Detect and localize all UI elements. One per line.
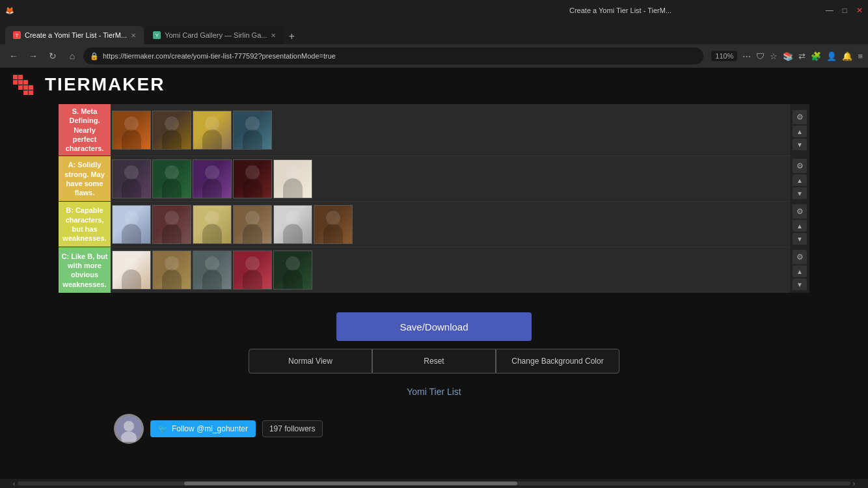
tier-row-b-inner: B: Capable characters, but has weaknesse… — [59, 202, 790, 247]
card-c-2[interactable] — [152, 251, 191, 290]
bookmark-icon[interactable]: ☆ — [770, 51, 778, 61]
card-a-2[interactable] — [152, 159, 191, 198]
scroll-right-button[interactable]: › — [850, 480, 858, 487]
card-c-5[interactable] — [273, 251, 312, 290]
tab-close-tiermaker[interactable]: ✕ — [131, 32, 136, 39]
forward-button[interactable]: → — [25, 47, 42, 64]
up-button-c[interactable]: ▲ — [793, 265, 807, 277]
tier-row-b: B: Capable characters, but has weaknesse… — [59, 202, 809, 247]
follow-button[interactable]: 🐦 Follow @mi_gohunter — [150, 420, 256, 437]
tier-list-title: Yomi Tier List — [407, 386, 461, 397]
down-button-s[interactable]: ▼ — [793, 139, 807, 150]
tier-label-s: S. Meta Defining. Nearly perfect charact… — [59, 104, 111, 156]
tier-row-s-main: S. Meta Defining. Nearly perfect charact… — [59, 104, 790, 156]
card-a-1[interactable] — [112, 159, 151, 198]
social-row: 🐦 Follow @mi_gohunter 197 followers — [0, 403, 868, 454]
bottom-controls: Save/Download Normal View Reset Change B… — [0, 312, 868, 397]
home-button[interactable]: ⌂ — [64, 47, 81, 64]
sync-icon[interactable]: ⇄ — [798, 51, 806, 61]
tier-cards-b — [111, 202, 790, 247]
extensions-icon[interactable]: ⋯ — [742, 51, 751, 61]
settings-button-b[interactable]: ⚙ — [793, 204, 807, 219]
browser-chrome: 🦊 Create a Yomi Tier List - TierM... — □… — [0, 0, 868, 68]
bookmarks-library-icon[interactable]: 📚 — [783, 51, 793, 61]
card-c-1[interactable] — [112, 251, 151, 290]
action-buttons: Normal View Reset Change Background Colo… — [249, 349, 619, 373]
user-avatar — [114, 414, 144, 444]
tier-cards-s — [111, 104, 790, 156]
followers-count: 197 followers — [262, 420, 323, 437]
url-display: https://tiermaker.com/create/yomi-tier-l… — [103, 52, 336, 60]
tier-row-c-inner: C: Like B, but with more obvious weaknes… — [59, 247, 790, 293]
profile-icon[interactable]: 👤 — [826, 51, 837, 61]
card-b-6[interactable] — [314, 205, 353, 244]
tab-label-tiermaker: Create a Yomi Tier List - TierM... — [25, 31, 127, 39]
tier-row-c-main: C: Like B, but with more obvious weaknes… — [59, 247, 790, 293]
change-bg-color-button[interactable]: Change Background Color — [496, 349, 619, 373]
card-s-1[interactable] — [112, 111, 151, 150]
window-title: Create a Yomi Tier List - TierM... — [415, 7, 825, 14]
card-s-3[interactable] — [193, 111, 232, 150]
settings-button-a[interactable]: ⚙ — [793, 159, 807, 173]
tab-favicon-sirlin: Y — [153, 31, 161, 39]
down-button-a[interactable]: ▼ — [793, 187, 807, 199]
card-b-2[interactable] — [152, 205, 191, 244]
tier-list-container: S. Meta Defining. Nearly perfect charact… — [59, 104, 809, 293]
page-content: TiERMAKER S. Meta Defining. Nearly perfe… — [0, 68, 868, 488]
card-a-3[interactable] — [193, 159, 232, 198]
tabs-bar: T Create a Yomi Tier List - TierM... ✕ Y… — [0, 21, 868, 44]
up-button-b[interactable]: ▲ — [793, 220, 807, 232]
logo-squares — [13, 75, 33, 95]
settings-button-s[interactable]: ⚙ — [793, 110, 807, 124]
up-button-s[interactable]: ▲ — [793, 126, 807, 137]
card-b-5[interactable] — [273, 205, 312, 244]
shield-icon[interactable]: 🛡 — [756, 51, 765, 61]
scroll-left-button[interactable]: ‹ — [10, 480, 18, 487]
card-c-4[interactable] — [233, 251, 272, 290]
card-a-5[interactable] — [273, 159, 312, 198]
menu-icon[interactable]: ≡ — [858, 51, 863, 61]
tier-cards-c — [111, 247, 790, 293]
secure-icon: 🔒 — [90, 52, 99, 61]
save-download-button[interactable]: Save/Download — [336, 312, 532, 341]
tier-label-c: C: Like B, but with more obvious weaknes… — [59, 247, 111, 293]
nav-bar: ← → ↻ ⌂ 🔒 https://tiermaker.com/create/y… — [0, 44, 868, 68]
app-icon: 🦊 — [5, 7, 14, 15]
minimize-button[interactable]: — — [826, 6, 834, 15]
tab-sirlin[interactable]: Y Yomi Card Gallery — Sirlin Ga... ✕ — [145, 26, 284, 44]
addon-icon[interactable]: 🧩 — [811, 51, 821, 61]
tab-close-sirlin[interactable]: ✕ — [271, 32, 276, 39]
settings-button-c[interactable]: ⚙ — [793, 250, 807, 264]
tier-row-s: S. Meta Defining. Nearly perfect charact… — [59, 104, 809, 156]
tier-controls-c: ⚙ ▲ ▼ — [790, 247, 809, 293]
card-s-4[interactable] — [233, 111, 272, 150]
close-button[interactable]: ✕ — [856, 6, 863, 15]
tier-row-a: A: Solidly strong. May have some flaws. … — [59, 156, 809, 202]
reset-button[interactable]: Reset — [372, 349, 496, 373]
tier-label-a: A: Solidly strong. May have some flaws. — [59, 156, 111, 201]
card-a-4[interactable] — [233, 159, 272, 198]
address-bar[interactable]: 🔒 https://tiermaker.com/create/yomi-tier… — [83, 47, 703, 64]
new-tab-button[interactable]: + — [284, 29, 299, 44]
site-logo-text[interactable]: TiERMAKER — [45, 74, 165, 95]
horizontal-scrollbar[interactable]: ‹ › — [0, 479, 868, 488]
card-b-4[interactable] — [233, 205, 272, 244]
tab-tiermaker[interactable]: T Create a Yomi Tier List - TierM... ✕ — [5, 26, 144, 44]
reload-button[interactable]: ↻ — [44, 47, 61, 64]
scroll-thumb[interactable] — [184, 481, 517, 485]
zoom-level: 110% — [711, 51, 737, 61]
card-s-2[interactable] — [152, 111, 191, 150]
tier-row-s-inner: S. Meta Defining. Nearly perfect charact… — [59, 104, 790, 156]
card-b-1[interactable] — [112, 205, 151, 244]
restore-button[interactable]: □ — [843, 6, 847, 15]
notifications-icon[interactable]: 🔔 — [842, 51, 852, 61]
back-button[interactable]: ← — [5, 47, 22, 64]
tab-favicon-tiermaker: T — [13, 31, 21, 39]
down-button-b[interactable]: ▼ — [793, 233, 807, 245]
up-button-a[interactable]: ▲ — [793, 174, 807, 186]
card-c-3[interactable] — [193, 251, 232, 290]
card-b-3[interactable] — [193, 205, 232, 244]
down-button-c[interactable]: ▼ — [793, 278, 807, 290]
scroll-track[interactable] — [18, 481, 850, 485]
normal-view-button[interactable]: Normal View — [249, 349, 372, 373]
